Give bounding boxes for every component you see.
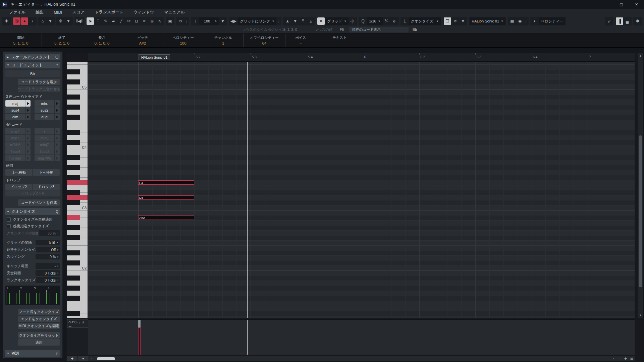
- scroll-up-arrow[interactable]: ▲: [638, 53, 643, 58]
- velocity-bar-cap[interactable]: [138, 320, 141, 327]
- chord-apply-arrow[interactable]: [25, 141, 31, 148]
- setting-value-field[interactable]: Off▲▼: [36, 247, 60, 252]
- midi-input-button[interactable]: ◉: [516, 17, 524, 25]
- show-note-expression-button[interactable]: ▣: [166, 17, 174, 25]
- piano-key-D#3[interactable]: [67, 190, 80, 195]
- maximize-button[interactable]: ▢: [614, 0, 629, 9]
- button-MIDI クオンタイズを固定[interactable]: MIDI クオンタイズを固定: [18, 323, 60, 329]
- nudge-spinner[interactable]: ⇅: [214, 20, 217, 23]
- chord-apply-arrow[interactable]: [25, 135, 31, 141]
- chord-type-sus2[interactable]: sus2: [35, 107, 60, 113]
- horizontal-scroll-track[interactable]: [94, 356, 610, 361]
- add-chord-track-button[interactable]: コードトラックを追加: [18, 79, 60, 85]
- chord-apply-arrow[interactable]: [25, 114, 31, 120]
- step-input-button[interactable]: ▦: [508, 17, 516, 25]
- midi-note-D3[interactable]: D3: [138, 195, 194, 200]
- glue-tool[interactable]: ⊔: [133, 17, 140, 25]
- drop2-button[interactable]: ドロップ2: [5, 184, 33, 190]
- piano-key-A#4[interactable]: [67, 95, 80, 100]
- input-options-dots[interactable]: ⋮: [524, 19, 528, 23]
- quantize-preset-dropdown[interactable]: 1/16▼: [367, 17, 382, 25]
- info-field-オフベロシティー[interactable]: オフベロシティー64: [244, 34, 285, 47]
- link-project-cursor-button[interactable]: ↙: [605, 17, 613, 25]
- part-editing-mode-button[interactable]: ✜: [57, 17, 64, 25]
- lower-zone-toggle[interactable]: ▄: [624, 17, 631, 25]
- mute-tool[interactable]: ✕: [141, 17, 148, 25]
- piano-keyboard[interactable]: C5C4C3C2: [67, 62, 88, 318]
- piano-key-C#3[interactable]: [67, 200, 80, 205]
- highlighted-key-A#2[interactable]: [67, 215, 80, 220]
- minimize-button[interactable]: —: [599, 0, 614, 9]
- piano-key-C#5[interactable]: [67, 79, 80, 84]
- chord-apply-arrow[interactable]: [54, 100, 60, 107]
- quantize-panel-button[interactable]: e: [391, 17, 398, 25]
- section-quantize[interactable]: ▼ クオンタイズ Q: [5, 208, 60, 215]
- line-tool[interactable]: ╱: [117, 17, 125, 25]
- soft-quantize-checkbox[interactable]: 感度指定クオンタイズ: [7, 224, 60, 229]
- piano-key-F#4[interactable]: [67, 115, 80, 120]
- setting-value-field[interactable]: 1/16▼: [36, 240, 60, 245]
- solo-editor-button[interactable]: Ⓢ: [13, 17, 20, 25]
- nudge-options-dropdown[interactable]: ▼: [219, 17, 226, 25]
- timeline-ruler[interactable]: HALion Sonic 01 5.25.35.466.26.36.47: [88, 53, 635, 62]
- close-button[interactable]: ✕: [629, 0, 644, 9]
- add-controller-lane-button[interactable]: ✚: [67, 356, 77, 361]
- chord-type-7[interactable]: 7: [35, 128, 60, 134]
- loop-options-dots[interactable]: ⋮: [184, 19, 189, 23]
- chord-apply-arrow[interactable]: [54, 107, 60, 113]
- piano-key-F#2[interactable]: [67, 235, 80, 240]
- move-up-inversion-button[interactable]: 上へ移動: [5, 169, 33, 176]
- move-up-button[interactable]: ▲: [284, 17, 291, 25]
- scroll-right-arrow[interactable]: ›: [610, 356, 616, 361]
- scroll-down-arrow[interactable]: ▼: [638, 312, 643, 318]
- drop3-button[interactable]: ドロップ3: [33, 184, 60, 190]
- piano-key-D#4[interactable]: [67, 130, 80, 135]
- chord-type-maj[interactable]: maj: [5, 100, 31, 107]
- chord-type-7sus4[interactable]: 7sus4: [5, 148, 31, 155]
- acoustic-feedback-button[interactable]: ◑: [29, 17, 36, 25]
- pin-editor-button[interactable]: ✚: [3, 17, 10, 25]
- spinner-icon[interactable]: ▲▼: [57, 232, 59, 235]
- piano-key-C#2[interactable]: [67, 260, 80, 265]
- highlighted-key-D3[interactable]: [67, 195, 88, 200]
- velocity-lane[interactable]: [88, 319, 635, 355]
- move-up-more-button[interactable]: ⤒: [299, 17, 307, 25]
- spinner-icon[interactable]: ▲▼: [57, 255, 59, 258]
- chord-apply-arrow[interactable]: [54, 148, 60, 155]
- info-field-ボイス[interactable]: ボイス–: [285, 34, 316, 47]
- piano-key-D#1[interactable]: [67, 311, 80, 316]
- menu-マニュアル[interactable]: マニュアル: [159, 9, 190, 16]
- autoscroll-button[interactable]: ⌂: [39, 17, 46, 25]
- part-name-tab[interactable]: HALion Sonic 01: [139, 54, 170, 60]
- curve-tool[interactable]: ∿: [156, 17, 163, 25]
- piano-key-F#3[interactable]: [67, 175, 80, 180]
- setting-value-field[interactable]: 0 Ticks▲▼: [36, 277, 60, 283]
- nudge-value[interactable]: 100: [201, 19, 213, 23]
- piano-key-G#3[interactable]: [67, 165, 80, 170]
- auto-apply-quantize-checkbox[interactable]: クオンタイズを自動適用: [7, 217, 60, 222]
- setting-value-field[interactable]: -▲▼: [36, 263, 60, 269]
- button-ノート長をクオンタイズ[interactable]: ノート長をクオンタイズ: [18, 309, 60, 315]
- piano-key-C#4[interactable]: [67, 140, 80, 145]
- match-chord-track-button[interactable]: コードトラックに合わせる: [18, 86, 60, 92]
- midi-note-A#2[interactable]: A#2: [138, 216, 194, 220]
- scroll-left-arrow[interactable]: ‹: [88, 356, 94, 361]
- section-transpose[interactable]: ▼ 移調 ⊓: [5, 350, 60, 357]
- snap-type-dropdown[interactable]: グリッド▼: [325, 17, 348, 25]
- spinner-icon[interactable]: ▲▼: [57, 279, 59, 282]
- horizontal-scroll-thumb[interactable]: [97, 357, 115, 360]
- spinner-icon[interactable]: ▲▼: [57, 248, 59, 251]
- chord-type-full dim[interactable]: full dim: [5, 155, 31, 161]
- velocity-bar[interactable]: [138, 327, 141, 355]
- piano-key-G#2[interactable]: [67, 225, 80, 230]
- button-クオンタイズをリセット[interactable]: クオンタイズをリセット: [18, 332, 60, 339]
- controller-lane-setup-dropdown[interactable]: ▼: [78, 356, 89, 361]
- button-エンドをクオンタイズ[interactable]: エンドをクオンタイズ: [18, 316, 60, 322]
- menu-ファイル[interactable]: ファイル: [4, 9, 31, 16]
- snap-on-off-button[interactable]: ✕: [317, 17, 325, 25]
- move-down-button[interactable]: ▼: [291, 17, 299, 25]
- event-colors-dropdown[interactable]: ベロシティー: [539, 17, 565, 25]
- chord-type-m7/b5[interactable]: m7/b5: [5, 141, 31, 148]
- midi-note-F3[interactable]: F3: [138, 180, 194, 185]
- draw-tool[interactable]: ✎: [102, 17, 109, 25]
